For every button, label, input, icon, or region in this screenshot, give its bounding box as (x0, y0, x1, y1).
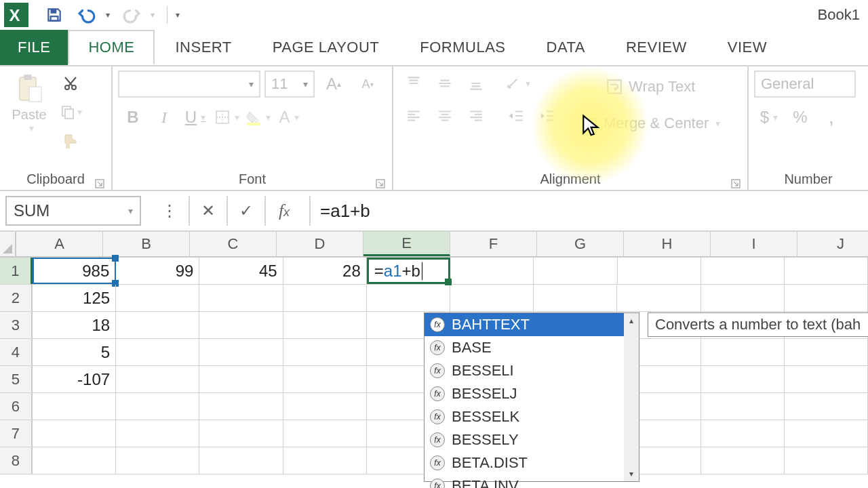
align-bottom-button[interactable] (461, 70, 491, 96)
cell-C2[interactable] (199, 285, 283, 311)
alignment-launcher[interactable] (731, 176, 741, 186)
cell-A1[interactable]: 985 (33, 258, 116, 284)
comma-style-button[interactable]: , (816, 104, 846, 130)
cell-D8[interactable] (283, 447, 367, 474)
cancel-formula-button[interactable]: ✕ (189, 196, 226, 226)
cell-D4[interactable] (283, 339, 367, 365)
insert-function-button[interactable]: fx (264, 196, 302, 226)
column-header-B[interactable]: B (103, 232, 190, 256)
row-header-7[interactable]: 7 (0, 420, 33, 447)
column-header-C[interactable]: C (190, 232, 277, 256)
cell-A4[interactable]: 5 (33, 339, 116, 365)
row-header-3[interactable]: 3 (0, 312, 33, 338)
autocomplete-item-bessely[interactable]: fxBESSELY (425, 428, 639, 451)
align-left-button[interactable] (399, 103, 429, 129)
cell-A3[interactable]: 18 (33, 312, 116, 338)
cell-C5[interactable] (199, 366, 283, 392)
autocomplete-item-besselk[interactable]: fxBESSELK (425, 405, 639, 428)
formula-input[interactable]: =a1+b (309, 196, 868, 226)
tab-review[interactable]: REVIEW (606, 30, 707, 65)
cell-A5[interactable]: -107 (33, 366, 116, 392)
cell-J8[interactable] (785, 447, 868, 474)
align-middle-button[interactable] (430, 70, 460, 96)
cut-button[interactable] (56, 70, 85, 96)
cell-B8[interactable] (116, 447, 199, 474)
name-box[interactable]: SUM▾ (5, 196, 141, 226)
row-header-6[interactable]: 6 (0, 393, 33, 420)
align-center-button[interactable] (430, 103, 460, 129)
cell-J2[interactable] (785, 285, 868, 311)
column-header-H[interactable]: H (624, 232, 711, 256)
column-header-A[interactable]: A (16, 232, 103, 256)
cell-F2[interactable] (450, 285, 534, 311)
tab-insert[interactable]: INSERT (155, 30, 252, 65)
cell-J4[interactable] (785, 339, 868, 365)
cell-J1[interactable] (785, 258, 868, 284)
function-autocomplete[interactable]: fxBAHTTEXTfxBASEfxBESSELIfxBESSELJfxBESS… (424, 312, 639, 482)
save-button[interactable] (41, 1, 68, 28)
cell-C4[interactable] (199, 339, 283, 365)
increase-indent-button[interactable] (533, 103, 563, 129)
enter-formula-button[interactable]: ✓ (226, 196, 264, 226)
autocomplete-item-besselj[interactable]: fxBESSELJ (425, 382, 639, 405)
autocomplete-item-beta.dist[interactable]: fxBETA.DIST (425, 451, 639, 474)
autocomplete-scrollbar[interactable]: ▴ ▾ (624, 313, 639, 481)
cell-J7[interactable] (785, 420, 868, 447)
cell-A7[interactable] (33, 420, 116, 447)
cell-B4[interactable] (116, 339, 199, 365)
cell-I2[interactable] (701, 285, 785, 311)
row-header-8[interactable]: 8 (0, 447, 33, 474)
cell-I1[interactable] (701, 258, 785, 284)
align-top-button[interactable] (399, 70, 429, 96)
orientation-button[interactable]: ▾ (502, 70, 532, 96)
cell-C7[interactable] (199, 420, 283, 447)
cell-A2[interactable]: 125 (33, 285, 116, 311)
name-box-expand-icon[interactable]: ⋮ (151, 196, 189, 226)
cell-D3[interactable] (283, 312, 367, 338)
cell-I6[interactable] (701, 393, 785, 420)
font-launcher[interactable] (376, 176, 385, 186)
cell-C1[interactable]: 45 (199, 258, 283, 284)
column-header-G[interactable]: G (537, 232, 624, 256)
autocomplete-item-base[interactable]: fxBASE (425, 336, 639, 359)
cell-G1[interactable] (534, 258, 617, 284)
cell-H1[interactable] (618, 258, 701, 284)
column-header-E[interactable]: E (363, 232, 450, 256)
cell-B7[interactable] (116, 420, 199, 447)
cell-C8[interactable] (199, 447, 283, 474)
redo-dropdown[interactable]: ▾ (148, 10, 157, 20)
column-header-I[interactable]: I (711, 232, 797, 256)
tab-formulas[interactable]: FORMULAS (399, 30, 526, 65)
tab-file[interactable]: FILE (0, 30, 68, 65)
row-header-1[interactable]: 1 (0, 258, 33, 284)
customize-qat-dropdown[interactable]: ▾ (173, 10, 182, 20)
tab-home[interactable]: HOME (68, 30, 155, 65)
align-right-button[interactable] (461, 103, 491, 129)
borders-button[interactable]: ▾ (212, 104, 241, 130)
cell-I8[interactable] (701, 447, 785, 474)
cell-A6[interactable] (33, 393, 116, 420)
column-header-D[interactable]: D (277, 232, 363, 256)
cell-B6[interactable] (116, 393, 199, 420)
cell-I4[interactable] (701, 339, 785, 365)
row-header-2[interactable]: 2 (0, 285, 33, 311)
row-header-5[interactable]: 5 (0, 366, 33, 392)
number-format-combo[interactable]: General (754, 70, 856, 98)
wrap-text-button[interactable]: Wrap Text (576, 70, 724, 103)
autocomplete-item-besseli[interactable]: fxBESSELI (425, 359, 639, 382)
tab-data[interactable]: DATA (526, 30, 606, 65)
merge-center-button[interactable]: Merge & Center ▾ (576, 107, 724, 140)
cell-E1[interactable]: =a1+b (367, 258, 450, 284)
font-size-combo[interactable]: 11▾ (264, 70, 315, 98)
cell-F1[interactable] (450, 258, 534, 284)
cell-B1[interactable]: 99 (116, 258, 199, 284)
cell-H2[interactable] (617, 285, 701, 311)
column-header-F[interactable]: F (450, 232, 537, 256)
cell-I7[interactable] (701, 420, 785, 447)
undo-button[interactable] (73, 1, 100, 28)
select-all-button[interactable] (0, 232, 16, 256)
cell-J6[interactable] (785, 393, 868, 420)
cell-D5[interactable] (283, 366, 367, 392)
autocomplete-item-beta.inv[interactable]: fxBETA.INV (425, 474, 639, 488)
fill-color-button[interactable]: ▾ (243, 104, 273, 130)
